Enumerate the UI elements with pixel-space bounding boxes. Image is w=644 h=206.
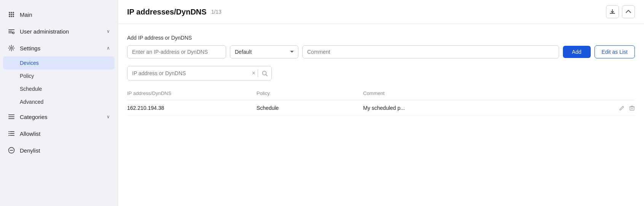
edit-list-button[interactable]: Edit as List	[595, 45, 635, 58]
sidebar-allowlist-label: Allowlist	[20, 130, 40, 137]
svg-point-13	[11, 47, 13, 49]
grid-icon	[8, 11, 15, 18]
clear-search-icon[interactable]: ×	[250, 70, 258, 77]
allowlist-icon	[8, 130, 15, 137]
main-content: IP addresses/DynDNS 1/13 Add IP address …	[118, 0, 644, 206]
policy-select[interactable]: Default Allow Block Schedule	[230, 45, 298, 58]
table-section: IP address/DynDNS Policy Comment 162.210…	[118, 87, 644, 116]
row-comment: My scheduled p...	[363, 105, 604, 111]
chevron-up-settings-icon: ∧	[107, 45, 110, 51]
sidebar-sub-item-advanced[interactable]: Advanced	[0, 95, 118, 108]
svg-point-4	[11, 14, 12, 15]
denylist-icon	[8, 146, 15, 154]
svg-point-8	[13, 16, 14, 17]
col-header-comment: Comment	[363, 90, 604, 96]
svg-point-6	[9, 16, 10, 17]
user-admin-icon	[8, 27, 15, 35]
sidebar-item-categories[interactable]: Categories ∨	[0, 108, 118, 125]
sidebar-item-allowlist[interactable]: Allowlist	[0, 125, 118, 142]
col-header-policy: Policy	[257, 90, 363, 96]
svg-point-0	[9, 12, 10, 13]
add-form: Default Allow Block Schedule Add Edit as…	[127, 45, 635, 58]
ip-input[interactable]	[127, 45, 226, 58]
section-label: Add IP address or DynDNS	[127, 35, 635, 41]
settings-gear-icon	[8, 44, 15, 52]
sidebar-denylist-label: Denylist	[20, 147, 40, 154]
download-button[interactable]	[606, 5, 619, 18]
search-input-wrap: ×	[127, 66, 272, 80]
search-section: ×	[118, 66, 644, 87]
sidebar-item-user-admin[interactable]: User administration ∨	[0, 23, 118, 40]
svg-point-7	[11, 16, 12, 17]
row-ip: 162.210.194.38	[127, 105, 257, 111]
page-title: IP addresses/DynDNS	[127, 8, 207, 16]
chevron-down-categories-icon: ∨	[107, 114, 110, 119]
table-row: 162.210.194.38 Schedule My scheduled p..…	[127, 100, 635, 116]
search-input[interactable]	[128, 67, 250, 79]
categories-icon	[8, 113, 15, 121]
header-actions	[606, 5, 635, 18]
row-policy: Schedule	[257, 105, 363, 111]
sidebar-settings-label: Settings	[20, 45, 40, 52]
search-button[interactable]	[258, 66, 271, 80]
comment-input[interactable]	[302, 45, 559, 58]
add-button[interactable]: Add	[563, 46, 591, 58]
collapse-button[interactable]	[622, 5, 635, 18]
page-counter: 1/13	[211, 9, 222, 15]
chevron-down-icon: ∨	[107, 29, 110, 34]
sidebar: Main User administration ∨ Settings ∧ De…	[0, 0, 118, 206]
svg-point-3	[9, 14, 10, 15]
sidebar-sub-item-policy[interactable]: Policy	[0, 69, 118, 82]
svg-point-1	[11, 12, 12, 13]
sidebar-item-denylist[interactable]: Denylist	[0, 142, 118, 159]
delete-row-icon[interactable]	[629, 105, 635, 111]
sidebar-categories-label: Categories	[20, 114, 48, 120]
sidebar-main-label: Main	[20, 11, 32, 18]
form-section: Add IP address or DynDNS Default Allow B…	[118, 24, 644, 66]
sidebar-sub-item-devices[interactable]: Devices	[3, 56, 115, 69]
sidebar-item-settings[interactable]: Settings ∧	[0, 40, 118, 56]
svg-rect-27	[630, 107, 634, 110]
sidebar-sub-item-schedule[interactable]: Schedule	[0, 82, 118, 95]
edit-row-icon[interactable]	[619, 105, 625, 111]
sidebar-item-main[interactable]: Main	[0, 6, 118, 23]
svg-point-5	[13, 14, 14, 15]
svg-point-2	[13, 12, 14, 13]
col-header-actions	[604, 90, 635, 96]
col-header-ip: IP address/DynDNS	[127, 90, 257, 96]
table-header: IP address/DynDNS Policy Comment	[127, 87, 635, 100]
sidebar-user-admin-label: User administration	[20, 28, 69, 35]
row-actions	[604, 105, 635, 111]
svg-line-26	[266, 74, 268, 76]
page-header: IP addresses/DynDNS 1/13	[118, 0, 644, 24]
